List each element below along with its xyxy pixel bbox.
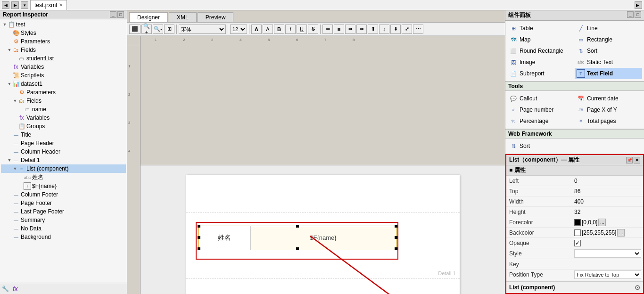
- position-type-select[interactable]: Fix Relative to Top: [574, 270, 641, 279]
- props-footer-btn[interactable]: ⊙: [635, 284, 640, 291]
- file-tab[interactable]: test.jrxml ✕: [30, 0, 67, 10]
- comp-text-field[interactable]: T Text Field: [575, 68, 642, 79]
- prop-value-left[interactable]: 0: [572, 177, 643, 185]
- toolbar-italic[interactable]: I: [285, 24, 296, 34]
- tree-item-variables[interactable]: fx Variables: [1, 63, 126, 71]
- tree-item-background[interactable]: — Background: [1, 233, 126, 241]
- comp-web-sort[interactable]: ⇅ Sort: [507, 140, 575, 152]
- panel-float-btn[interactable]: □: [117, 11, 124, 18]
- handle-br[interactable]: [395, 247, 397, 250]
- comp-total-pages[interactable]: # Total pages: [575, 115, 642, 127]
- comp-current-date[interactable]: 📅 Current date: [575, 93, 642, 104]
- toolbar-align-t[interactable]: ⬆: [368, 24, 378, 34]
- toolbar-a1[interactable]: A: [263, 24, 273, 34]
- toolbar-align-left[interactable]: ⬅: [322, 24, 333, 34]
- props-pin-btn[interactable]: 📌: [626, 157, 633, 163]
- tab-nav-next[interactable]: ▶: [11, 1, 19, 9]
- tab-designer[interactable]: Designer: [129, 12, 168, 22]
- prop-value-height[interactable]: 32: [572, 208, 643, 216]
- toolbar-align-m[interactable]: ↕: [379, 24, 389, 34]
- font-select[interactable]: 宋体: [179, 24, 226, 34]
- tree-item-column-header[interactable]: — Column Header: [1, 147, 126, 156]
- tree-item-fields[interactable]: ▼ 🗂 Fields: [1, 46, 126, 54]
- comp-sort[interactable]: ⇅ Sort: [575, 45, 642, 57]
- handle-tr[interactable]: [395, 225, 397, 228]
- toolbar-more[interactable]: ⋯: [413, 24, 423, 34]
- tree-item-detail1[interactable]: ▼ — Detail 1: [1, 156, 126, 164]
- tab-close-icon[interactable]: ✕: [59, 2, 63, 8]
- forecolor-btn[interactable]: …: [598, 219, 606, 226]
- tree-item-title[interactable]: — Title: [1, 131, 126, 139]
- handle-mr[interactable]: [395, 236, 397, 239]
- font-size-select[interactable]: 12: [230, 24, 247, 34]
- right-panel-float[interactable]: □: [635, 11, 641, 18]
- tab-xml[interactable]: XML: [169, 12, 197, 22]
- handle-b[interactable]: [296, 247, 299, 250]
- prop-value-opaque[interactable]: ✓: [572, 239, 643, 247]
- tree-item-scriptlets[interactable]: 📜 Scriptlets: [1, 71, 126, 80]
- style-select[interactable]: [574, 249, 641, 258]
- expression-btn[interactable]: 🔧: [2, 286, 9, 292]
- comp-table[interactable]: ⊞ Table: [507, 23, 575, 34]
- tree-item-studentlist[interactable]: 🗃 studentList: [1, 54, 126, 63]
- toolbar-btn-1[interactable]: ⬛: [129, 24, 140, 34]
- toolbar-align-right[interactable]: ➡: [345, 24, 355, 34]
- opaque-checkbox[interactable]: ✓: [574, 240, 581, 246]
- comp-page-number[interactable]: # Page number: [507, 104, 575, 115]
- tree-item-no-data[interactable]: — No Data: [1, 224, 126, 233]
- tree-item-page-footer[interactable]: — Page Footer: [1, 199, 126, 207]
- canvas-area[interactable]: 姓名 $F{name} Detail 1: [140, 165, 505, 294]
- handle-ml[interactable]: [198, 236, 200, 239]
- toolbar-strikeout[interactable]: S̶: [308, 24, 318, 34]
- tree-item-page-header[interactable]: — Page Header: [1, 139, 126, 147]
- toolbar-bold[interactable]: A: [251, 24, 262, 34]
- tree-item-last-page-footer[interactable]: — Last Page Footer: [1, 207, 126, 216]
- tree-item-name-field[interactable]: 🗃 name: [1, 105, 126, 114]
- toolbar-align-center[interactable]: ≡: [334, 24, 344, 34]
- tree-item-dataset1[interactable]: ▼ 📊 dataset1: [1, 80, 126, 88]
- prop-value-style[interactable]: [572, 248, 643, 259]
- list-component-box[interactable]: 姓名 $F{name}: [196, 222, 398, 260]
- toolbar-fit[interactable]: ⊞: [164, 24, 174, 34]
- prop-value-width[interactable]: 400: [572, 197, 643, 206]
- tree-item-ds-variables[interactable]: fx Variables: [1, 114, 126, 122]
- handle-bl[interactable]: [198, 247, 200, 250]
- tree-item-styles[interactable]: 🎨 Styles: [1, 29, 126, 37]
- comp-rectangle[interactable]: ▭ Rectangle: [575, 34, 642, 45]
- tree-item-parameters[interactable]: ⚙ Parameters: [1, 37, 126, 46]
- comp-round-rect[interactable]: ⬜ Round Rectangle: [507, 45, 575, 57]
- backcolor-btn[interactable]: …: [617, 229, 625, 237]
- tree-item-groups[interactable]: 📋 Groups: [1, 122, 126, 131]
- tab-nav-down[interactable]: ▾: [21, 1, 28, 9]
- toolbar-underline[interactable]: U: [297, 24, 307, 34]
- tree-item-list-component[interactable]: ▼ ≡ List (component): [1, 164, 126, 173]
- prop-value-position-type[interactable]: Fix Relative to Top: [572, 270, 643, 280]
- toolbar-align-b[interactable]: ⬇: [390, 24, 401, 34]
- comp-image[interactable]: 🖼 Image: [507, 57, 575, 68]
- toolbar-stretch[interactable]: ⤢: [402, 24, 412, 34]
- comp-map[interactable]: 🗺 Map: [507, 34, 575, 45]
- tab-nav-end[interactable]: ▶|: [635, 1, 642, 9]
- prop-value-forecolor[interactable]: [0,0,0] …: [572, 218, 643, 227]
- comp-page-x-of-y[interactable]: ## Page X of Y: [575, 104, 642, 115]
- props-close-btn[interactable]: ✕: [634, 157, 640, 163]
- handle-t[interactable]: [296, 225, 299, 228]
- tree-root[interactable]: ▼ 📋 test: [1, 20, 126, 29]
- fx-btn[interactable]: fx: [13, 286, 18, 292]
- comp-line[interactable]: ╱ Line: [575, 23, 642, 34]
- prop-value-backcolor[interactable]: [255,255,255] …: [572, 228, 643, 237]
- toolbar-bold2[interactable]: B: [274, 24, 284, 34]
- tree-toggle-root[interactable]: ▼: [2, 22, 8, 27]
- toolbar-align-j[interactable]: ⬌: [356, 24, 367, 34]
- comp-static-text[interactable]: abc Static Text: [575, 57, 642, 68]
- tree-item-label-xingming[interactable]: abc 姓名: [1, 173, 126, 182]
- right-panel-minimize[interactable]: _: [627, 11, 634, 18]
- comp-callout[interactable]: 💬 Callout: [507, 93, 575, 104]
- tree-item-ds-parameters[interactable]: ⚙ Parameters: [1, 88, 126, 97]
- tree-item-column-footer[interactable]: — Column Footer: [1, 190, 126, 199]
- toolbar-zoom-out[interactable]: 🔍-: [153, 24, 163, 34]
- tree-item-ds-fields[interactable]: ▼ 🗂 Fields: [1, 97, 126, 105]
- tree-item-summary[interactable]: — Summary: [1, 216, 126, 224]
- toolbar-zoom-in[interactable]: 🔍+: [141, 24, 152, 34]
- prop-value-top[interactable]: 86: [572, 187, 643, 196]
